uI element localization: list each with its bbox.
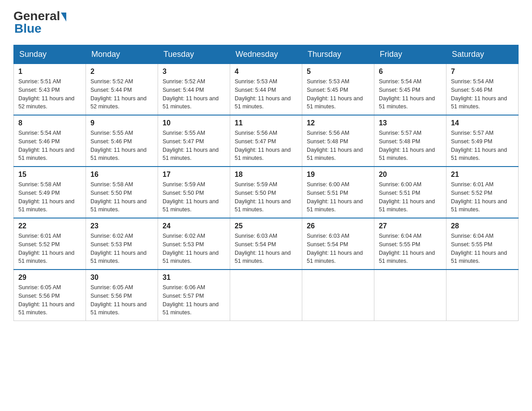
day-number: 11 — [235, 119, 297, 127]
calendar-day-cell — [230, 270, 302, 321]
day-number: 9 — [90, 119, 153, 127]
calendar-day-cell: 14 Sunrise: 5:57 AMSunset: 5:49 PMDaylig… — [446, 115, 519, 167]
calendar-day-cell: 8 Sunrise: 5:54 AMSunset: 5:46 PMDayligh… — [14, 115, 86, 167]
calendar-day-cell: 12 Sunrise: 5:56 AMSunset: 5:48 PMDaylig… — [302, 115, 374, 167]
calendar-day-cell: 16 Sunrise: 5:58 AMSunset: 5:50 PMDaylig… — [86, 167, 158, 218]
calendar-day-cell: 9 Sunrise: 5:55 AMSunset: 5:46 PMDayligh… — [86, 115, 158, 167]
day-number: 19 — [307, 171, 369, 179]
calendar-day-cell — [302, 270, 374, 321]
day-info: Sunrise: 5:52 AMSunset: 5:44 PMDaylight:… — [163, 77, 225, 111]
day-info: Sunrise: 6:06 AMSunset: 5:57 PMDaylight:… — [163, 283, 225, 317]
day-of-week-header: Friday — [374, 45, 446, 64]
calendar-day-cell: 11 Sunrise: 5:56 AMSunset: 5:47 PMDaylig… — [230, 115, 302, 167]
day-number: 13 — [379, 119, 442, 127]
day-number: 28 — [451, 222, 514, 230]
calendar-day-cell: 6 Sunrise: 5:54 AMSunset: 5:45 PMDayligh… — [374, 64, 446, 116]
day-info: Sunrise: 5:58 AMSunset: 5:50 PMDaylight:… — [90, 180, 153, 214]
calendar-day-cell: 7 Sunrise: 5:54 AMSunset: 5:46 PMDayligh… — [446, 64, 519, 116]
day-info: Sunrise: 5:56 AMSunset: 5:47 PMDaylight:… — [235, 129, 297, 163]
day-info: Sunrise: 6:04 AMSunset: 5:55 PMDaylight:… — [379, 232, 442, 265]
day-info: Sunrise: 6:02 AMSunset: 5:53 PMDaylight:… — [163, 232, 225, 265]
day-info: Sunrise: 6:00 AMSunset: 5:51 PMDaylight:… — [379, 180, 442, 214]
calendar-day-cell: 2 Sunrise: 5:52 AMSunset: 5:44 PMDayligh… — [86, 64, 158, 116]
calendar-week-row: 22 Sunrise: 6:01 AMSunset: 5:52 PMDaylig… — [14, 218, 519, 270]
day-info: Sunrise: 6:04 AMSunset: 5:55 PMDaylight:… — [451, 232, 514, 265]
day-number: 31 — [163, 274, 225, 282]
day-info: Sunrise: 6:05 AMSunset: 5:56 PMDaylight:… — [90, 283, 153, 317]
day-of-week-header: Tuesday — [158, 45, 230, 64]
day-info: Sunrise: 5:53 AMSunset: 5:44 PMDaylight:… — [235, 77, 297, 111]
day-info: Sunrise: 5:52 AMSunset: 5:44 PMDaylight:… — [90, 77, 153, 111]
calendar-day-cell: 31 Sunrise: 6:06 AMSunset: 5:57 PMDaylig… — [158, 270, 230, 321]
day-info: Sunrise: 5:58 AMSunset: 5:49 PMDaylight:… — [18, 180, 81, 214]
day-info: Sunrise: 5:57 AMSunset: 5:48 PMDaylight:… — [379, 129, 442, 163]
calendar-day-cell: 20 Sunrise: 6:00 AMSunset: 5:51 PMDaylig… — [374, 167, 446, 218]
calendar-header-row: SundayMondayTuesdayWednesdayThursdayFrid… — [14, 45, 519, 64]
day-info: Sunrise: 5:51 AMSunset: 5:43 PMDaylight:… — [18, 77, 81, 111]
calendar-day-cell: 13 Sunrise: 5:57 AMSunset: 5:48 PMDaylig… — [374, 115, 446, 167]
calendar-day-cell: 25 Sunrise: 6:03 AMSunset: 5:54 PMDaylig… — [230, 218, 302, 270]
day-number: 17 — [163, 171, 225, 179]
day-info: Sunrise: 5:55 AMSunset: 5:47 PMDaylight:… — [163, 129, 225, 163]
day-info: Sunrise: 5:56 AMSunset: 5:48 PMDaylight:… — [307, 129, 369, 163]
day-number: 25 — [235, 222, 297, 230]
calendar-week-row: 8 Sunrise: 5:54 AMSunset: 5:46 PMDayligh… — [14, 115, 519, 167]
calendar-day-cell: 5 Sunrise: 5:53 AMSunset: 5:45 PMDayligh… — [302, 64, 374, 116]
calendar-day-cell: 4 Sunrise: 5:53 AMSunset: 5:44 PMDayligh… — [230, 64, 302, 116]
day-info: Sunrise: 6:01 AMSunset: 5:52 PMDaylight:… — [18, 232, 81, 265]
calendar-day-cell: 21 Sunrise: 6:01 AMSunset: 5:52 PMDaylig… — [446, 167, 519, 218]
day-number: 22 — [18, 222, 81, 230]
calendar-week-row: 29 Sunrise: 6:05 AMSunset: 5:56 PMDaylig… — [14, 270, 519, 321]
logo-arrow-icon — [61, 13, 66, 21]
calendar-day-cell: 27 Sunrise: 6:04 AMSunset: 5:55 PMDaylig… — [374, 218, 446, 270]
day-of-week-header: Thursday — [302, 45, 374, 64]
calendar-day-cell: 17 Sunrise: 5:59 AMSunset: 5:50 PMDaylig… — [158, 167, 230, 218]
day-info: Sunrise: 5:53 AMSunset: 5:45 PMDaylight:… — [307, 77, 369, 111]
day-number: 8 — [18, 119, 81, 127]
calendar-day-cell: 18 Sunrise: 5:59 AMSunset: 5:50 PMDaylig… — [230, 167, 302, 218]
calendar-day-cell: 10 Sunrise: 5:55 AMSunset: 5:47 PMDaylig… — [158, 115, 230, 167]
calendar-day-cell: 24 Sunrise: 6:02 AMSunset: 5:53 PMDaylig… — [158, 218, 230, 270]
day-info: Sunrise: 5:54 AMSunset: 5:46 PMDaylight:… — [451, 77, 514, 111]
day-number: 21 — [451, 171, 514, 179]
calendar-day-cell: 15 Sunrise: 5:58 AMSunset: 5:49 PMDaylig… — [14, 167, 86, 218]
day-info: Sunrise: 6:03 AMSunset: 5:54 PMDaylight:… — [307, 232, 369, 265]
day-of-week-header: Wednesday — [230, 45, 302, 64]
calendar-day-cell: 29 Sunrise: 6:05 AMSunset: 5:56 PMDaylig… — [14, 270, 86, 321]
calendar-day-cell: 30 Sunrise: 6:05 AMSunset: 5:56 PMDaylig… — [86, 270, 158, 321]
day-number: 30 — [90, 274, 153, 282]
day-number: 16 — [90, 171, 153, 179]
calendar-day-cell — [374, 270, 446, 321]
day-number: 29 — [18, 274, 81, 282]
day-info: Sunrise: 5:54 AMSunset: 5:45 PMDaylight:… — [379, 77, 442, 111]
day-number: 18 — [235, 171, 297, 179]
day-info: Sunrise: 6:02 AMSunset: 5:53 PMDaylight:… — [90, 232, 153, 265]
day-number: 3 — [163, 68, 225, 76]
day-info: Sunrise: 5:54 AMSunset: 5:46 PMDaylight:… — [18, 129, 81, 163]
calendar-day-cell — [446, 270, 519, 321]
calendar-day-cell: 23 Sunrise: 6:02 AMSunset: 5:53 PMDaylig… — [86, 218, 158, 270]
day-number: 7 — [451, 68, 514, 76]
day-info: Sunrise: 5:59 AMSunset: 5:50 PMDaylight:… — [235, 180, 297, 214]
day-number: 4 — [235, 68, 297, 76]
day-of-week-header: Sunday — [14, 45, 86, 64]
calendar-week-row: 1 Sunrise: 5:51 AMSunset: 5:43 PMDayligh… — [14, 64, 519, 116]
day-info: Sunrise: 5:55 AMSunset: 5:46 PMDaylight:… — [90, 129, 153, 163]
day-number: 27 — [379, 222, 442, 230]
day-number: 15 — [18, 171, 81, 179]
calendar-day-cell: 1 Sunrise: 5:51 AMSunset: 5:43 PMDayligh… — [14, 64, 86, 116]
calendar-day-cell: 26 Sunrise: 6:03 AMSunset: 5:54 PMDaylig… — [302, 218, 374, 270]
day-of-week-header: Saturday — [446, 45, 519, 64]
day-info: Sunrise: 5:59 AMSunset: 5:50 PMDaylight:… — [163, 180, 225, 214]
day-info: Sunrise: 6:05 AMSunset: 5:56 PMDaylight:… — [18, 283, 81, 317]
day-number: 14 — [451, 119, 514, 127]
day-info: Sunrise: 5:57 AMSunset: 5:49 PMDaylight:… — [451, 129, 514, 163]
logo: General Blue — [13, 9, 66, 36]
page-header: General Blue — [13, 9, 519, 36]
calendar-table: SundayMondayTuesdayWednesdayThursdayFrid… — [13, 45, 519, 321]
logo-blue-text: Blue — [13, 21, 42, 36]
day-info: Sunrise: 6:01 AMSunset: 5:52 PMDaylight:… — [451, 180, 514, 214]
day-number: 6 — [379, 68, 442, 76]
day-info: Sunrise: 6:03 AMSunset: 5:54 PMDaylight:… — [235, 232, 297, 265]
day-number: 5 — [307, 68, 369, 76]
